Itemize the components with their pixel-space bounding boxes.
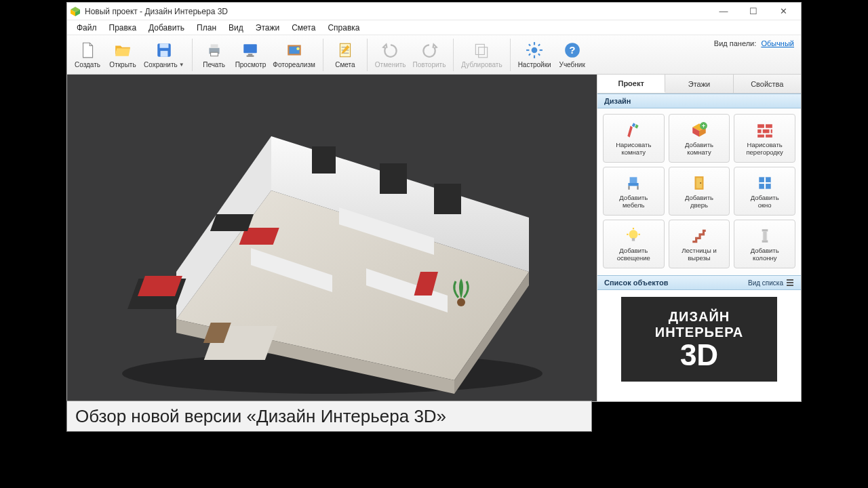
svg-rect-27 (538, 54, 540, 56)
content-area: Проект Этажи Свойства Дизайн Нарисоватьк… (67, 75, 801, 401)
sidebar-tabs: Проект Этажи Свойства (597, 75, 801, 94)
menu-edit[interactable]: Правка (104, 22, 142, 34)
tool-label: Добавитькомнату (685, 142, 713, 157)
svg-rect-48 (312, 146, 336, 174)
panel-mode-link[interactable]: Обычный (761, 39, 794, 47)
duplicate-label: Дублировать (461, 61, 502, 68)
photoreal-button[interactable]: Фотореализм (269, 39, 319, 70)
tab-floors[interactable]: Этажи (665, 75, 733, 93)
svg-rect-28 (538, 44, 540, 47)
tool-furniture[interactable]: Добавитьмебель (603, 167, 665, 216)
svg-point-14 (296, 47, 299, 50)
save-button[interactable]: Сохранить▼ (140, 39, 188, 70)
svg-text:?: ? (569, 44, 575, 56)
svg-rect-60 (762, 129, 769, 132)
titlebar: Новый проект - Дизайн Интерьера 3D — ☐ ✕ (67, 3, 801, 20)
svg-rect-26 (528, 44, 531, 47)
menu-file[interactable]: Файл (71, 22, 102, 34)
column-icon (755, 226, 774, 245)
minimize-button[interactable]: — (709, 3, 738, 20)
tool-draw-room[interactable]: Нарисоватькомнату (603, 114, 665, 163)
create-button[interactable]: Создать (70, 39, 105, 70)
brick-wall-icon (755, 121, 774, 140)
help-button[interactable]: ? Учебник (555, 39, 590, 70)
tool-column[interactable]: Добавитьколонну (734, 220, 795, 268)
svg-rect-73 (632, 238, 635, 241)
estimate-button[interactable]: Смета (328, 39, 363, 70)
svg-rect-42 (137, 276, 182, 296)
redo-label: Повторить (413, 61, 446, 68)
open-label: Открыть (109, 61, 136, 68)
photoreal-label: Фотореализм (273, 61, 315, 68)
window-title: Новый проект - Дизайн Интерьера 3D (85, 7, 228, 16)
caption-text: Обзор новой версии «Дизайн Интерьера 3D» (75, 406, 446, 427)
svg-rect-77 (762, 229, 768, 231)
tool-label: Добавитьдверь (685, 195, 713, 209)
menu-plan[interactable]: План (191, 22, 222, 34)
new-file-icon (78, 41, 97, 60)
svg-rect-63 (766, 134, 772, 137)
tool-label: Добавитьколонну (751, 247, 779, 262)
tab-project[interactable]: Проект (597, 75, 665, 93)
redo-button[interactable]: Повторить (410, 39, 450, 70)
print-button[interactable]: Печать (197, 39, 232, 70)
preview-label: Просмотр (235, 61, 267, 68)
view-list[interactable]: Вид списка (748, 279, 794, 287)
svg-rect-22 (534, 42, 535, 45)
menu-view[interactable]: Вид (223, 22, 249, 34)
settings-button[interactable]: Настройки (515, 39, 555, 70)
print-label: Печать (203, 61, 225, 68)
tool-door[interactable]: Добавитьдверь (669, 167, 730, 216)
tool-stairs[interactable]: Лестницы ивырезы (669, 220, 730, 268)
promo-line1: ДИЗАЙНИНТЕРЬЕРА (655, 309, 743, 340)
app-icon (70, 6, 81, 17)
svg-rect-65 (637, 186, 639, 189)
save-label: Сохранить (144, 61, 178, 68)
svg-rect-7 (210, 44, 218, 47)
preview-button[interactable]: Просмотр (232, 39, 270, 70)
maximize-button[interactable]: ☐ (738, 3, 768, 20)
svg-text:+: + (702, 122, 705, 129)
svg-rect-20 (479, 47, 488, 58)
sidebar: Проект Этажи Свойства Дизайн Нарисоватьк… (597, 75, 801, 401)
svg-rect-23 (534, 56, 535, 58)
svg-point-21 (532, 47, 538, 54)
close-button[interactable]: ✕ (768, 3, 798, 20)
svg-rect-57 (757, 124, 764, 127)
open-button[interactable]: Открыть (105, 39, 140, 70)
tool-label: Добавитьосвещение (617, 247, 650, 262)
menu-add[interactable]: Добавить (143, 22, 190, 34)
svg-rect-47 (434, 184, 461, 214)
tool-add-room[interactable]: + Добавитькомнату (669, 114, 730, 163)
tool-window[interactable]: Добавитьокно (734, 167, 795, 216)
menubar: Файл Правка Добавить План Вид Этажи Смет… (67, 20, 801, 35)
create-label: Создать (75, 61, 100, 68)
folder-open-icon (113, 41, 132, 60)
menu-floors[interactable]: Этажи (250, 22, 285, 34)
add-room-icon: + (690, 121, 709, 140)
menu-estimate[interactable]: Смета (286, 22, 321, 34)
undo-button[interactable]: Отменить (372, 39, 410, 70)
door-icon (690, 174, 709, 192)
menu-help[interactable]: Справка (322, 22, 365, 34)
duplicate-button[interactable]: Дублировать (458, 39, 505, 70)
estimate-label: Смета (335, 61, 355, 68)
tool-lighting[interactable]: Добавитьосвещение (603, 220, 665, 268)
tool-partition[interactable]: Нарисоватьперегородку (734, 114, 795, 163)
help-label: Учебник (559, 61, 585, 68)
stairs-icon (690, 226, 709, 245)
svg-rect-11 (247, 56, 254, 57)
svg-rect-29 (528, 54, 531, 56)
save-icon (155, 41, 174, 60)
tab-properties[interactable]: Свойства (734, 75, 801, 93)
svg-rect-5 (160, 51, 167, 57)
video-caption: Обзор новой версии «Дизайн Интерьера 3D» (66, 401, 592, 432)
app-window: Новый проект - Дизайн Интерьера 3D — ☐ ✕… (66, 2, 802, 402)
panel-mode-label: Вид панели: (714, 39, 756, 47)
duplicate-icon (472, 41, 491, 60)
list-icon (786, 279, 794, 287)
gear-icon (525, 41, 544, 60)
design-header-label: Дизайн (604, 97, 631, 105)
3d-viewport[interactable] (67, 75, 597, 401)
svg-rect-46 (380, 163, 407, 194)
